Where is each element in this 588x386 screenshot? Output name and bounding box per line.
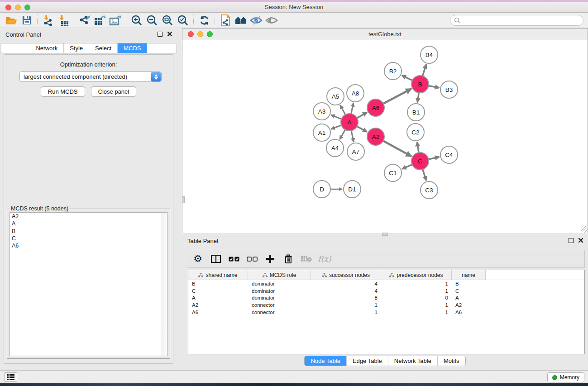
- table-row[interactable]: A6connector11A6: [188, 309, 584, 316]
- table-cell[interactable]: 4: [311, 281, 381, 286]
- column-header-predecessor-nodes[interactable]: predecessor nodes: [381, 270, 452, 280]
- global-search-field[interactable]: [450, 15, 583, 26]
- main-titlebar[interactable]: Session: New Session: [0, 2, 588, 13]
- table-row[interactable]: Adominator80A: [188, 295, 584, 302]
- graph-node-A2[interactable]: A2: [367, 128, 384, 145]
- graph-edge-A2-C[interactable]: [383, 141, 411, 156]
- table-cell[interactable]: A2: [452, 302, 486, 308]
- table-cell[interactable]: 1: [381, 302, 452, 308]
- graph-node-A4[interactable]: A4: [326, 139, 344, 157]
- graph-node-D1[interactable]: D1: [344, 181, 361, 198]
- zoom-out-icon[interactable]: [144, 14, 160, 27]
- list-scrollbar[interactable]: [161, 213, 167, 356]
- import-network-icon[interactable]: [40, 14, 56, 27]
- save-session-icon[interactable]: [19, 14, 34, 27]
- table-cell[interactable]: A6: [452, 310, 486, 315]
- split-view-icon[interactable]: [210, 253, 222, 265]
- table-cell[interactable]: 1: [381, 310, 452, 315]
- hide-panels-icon[interactable]: [249, 14, 264, 27]
- table-cell[interactable]: connector: [248, 310, 311, 315]
- tab-edge-table[interactable]: Edge Table: [346, 356, 388, 366]
- search-input[interactable]: [460, 16, 583, 24]
- table-cell[interactable]: A6: [188, 310, 248, 315]
- graph-edge-B-B2[interactable]: [402, 76, 412, 81]
- graph-edge-A-A7[interactable]: [351, 131, 354, 142]
- graph-node-A3[interactable]: A3: [313, 103, 330, 120]
- graph-edge-B-B1[interactable]: [417, 93, 419, 102]
- graph-node-A8[interactable]: A8: [347, 85, 364, 102]
- show-panels-icon[interactable]: [264, 14, 279, 27]
- graph-edge-A-A6[interactable]: [357, 113, 367, 118]
- graph-node-C4[interactable]: C4: [440, 146, 458, 163]
- delete-table-icon[interactable]: [301, 253, 312, 265]
- graph-edge-C-C4[interactable]: [429, 157, 440, 159]
- graph-node-D[interactable]: D: [313, 181, 330, 198]
- graph-edge-A-A8[interactable]: [351, 103, 354, 114]
- graph-node-B4[interactable]: B4: [421, 46, 438, 63]
- graph-node-A7[interactable]: A7: [347, 143, 364, 160]
- delete-column-icon[interactable]: [282, 253, 294, 265]
- tab-node-table[interactable]: Node Table: [305, 356, 346, 366]
- close-panel-button[interactable]: Close panel: [91, 86, 137, 97]
- column-header-MCDS-role[interactable]: MCDS role: [248, 270, 311, 280]
- table-row[interactable]: A2connector11A2: [188, 301, 584, 309]
- table-cell[interactable]: 0: [381, 295, 452, 300]
- graph-node-B[interactable]: B: [411, 76, 429, 93]
- graph-edge-A-A4[interactable]: [340, 130, 345, 139]
- memory-button[interactable]: Memory: [547, 372, 584, 382]
- table-cell[interactable]: C: [188, 288, 248, 294]
- graph-node-A5[interactable]: A5: [327, 88, 344, 105]
- graph-node-A1[interactable]: A1: [313, 124, 330, 141]
- export-network-icon[interactable]: [77, 14, 92, 27]
- graph-node-B3[interactable]: B3: [440, 81, 458, 98]
- table-cell[interactable]: dominator: [248, 281, 311, 286]
- network-view-window[interactable]: testGlobe.txt B4B2BB3A5A8A6A3B1AA1C2A2A4…: [182, 28, 588, 233]
- mcds-result-item[interactable]: A2: [10, 213, 167, 220]
- table-settings-icon[interactable]: ⚙: [192, 253, 204, 265]
- tab-motifs[interactable]: Motifs: [437, 356, 465, 366]
- graph-node-A6[interactable]: A6: [367, 99, 384, 116]
- network-window-titlebar[interactable]: testGlobe.txt: [182, 29, 588, 40]
- graph-edge-A-A2[interactable]: [357, 126, 367, 132]
- column-header-name[interactable]: name: [452, 270, 486, 280]
- network-canvas[interactable]: B4B2BB3A5A8A6A3B1AA1C2A2A4A7C4CC1C3DD1: [182, 40, 588, 233]
- add-column-icon[interactable]: [264, 253, 276, 265]
- tab-mcds[interactable]: MCDS: [117, 43, 147, 53]
- table-cell[interactable]: 1: [311, 302, 381, 308]
- zoom-fit-icon[interactable]: [160, 14, 175, 27]
- table-cell[interactable]: A2: [188, 302, 248, 308]
- graph-node-B1[interactable]: B1: [407, 104, 425, 121]
- table-cell[interactable]: B: [188, 281, 248, 286]
- graph-node-A[interactable]: A: [341, 114, 358, 131]
- open-session-icon[interactable]: [4, 14, 19, 27]
- export-image-icon[interactable]: [108, 14, 123, 27]
- tab-network-table[interactable]: Network Table: [388, 356, 437, 366]
- graph-node-C2[interactable]: C2: [407, 124, 424, 141]
- export-table-icon[interactable]: [92, 14, 108, 27]
- table-cell[interactable]: 1: [381, 288, 452, 294]
- table-cell[interactable]: connector: [248, 302, 311, 308]
- tab-select[interactable]: Select: [89, 43, 117, 53]
- clone-network-icon[interactable]: [218, 14, 233, 27]
- table-cell[interactable]: dominator: [248, 295, 311, 300]
- function-builder-icon[interactable]: f(x): [319, 253, 330, 265]
- table-cell[interactable]: A: [188, 295, 248, 300]
- deselect-all-icon[interactable]: [246, 253, 258, 265]
- graph-node-C3[interactable]: C3: [421, 181, 438, 199]
- select-all-icon[interactable]: [228, 253, 240, 265]
- close-table-panel-icon[interactable]: [578, 238, 583, 243]
- table-cell[interactable]: B: [452, 281, 486, 286]
- window-resize-grip[interactable]: [581, 226, 587, 233]
- task-history-button[interactable]: [5, 372, 17, 382]
- table-cell[interactable]: 8: [311, 295, 381, 300]
- table-row[interactable]: Cdominator41C: [188, 287, 584, 295]
- table-cell[interactable]: 1: [381, 281, 452, 286]
- column-header-shared-name[interactable]: shared name: [188, 270, 248, 280]
- graph-edge-A-A5[interactable]: [340, 105, 345, 114]
- graph-edge-C-C2[interactable]: [417, 142, 419, 152]
- graph-edge-C-C3[interactable]: [423, 169, 426, 181]
- graph-node-B2[interactable]: B2: [384, 62, 402, 80]
- zoom-selected-icon[interactable]: [175, 14, 191, 27]
- run-mcds-button[interactable]: Run MCDS: [41, 86, 85, 97]
- criterion-dropdown[interactable]: largest connected component (directed): [19, 71, 162, 82]
